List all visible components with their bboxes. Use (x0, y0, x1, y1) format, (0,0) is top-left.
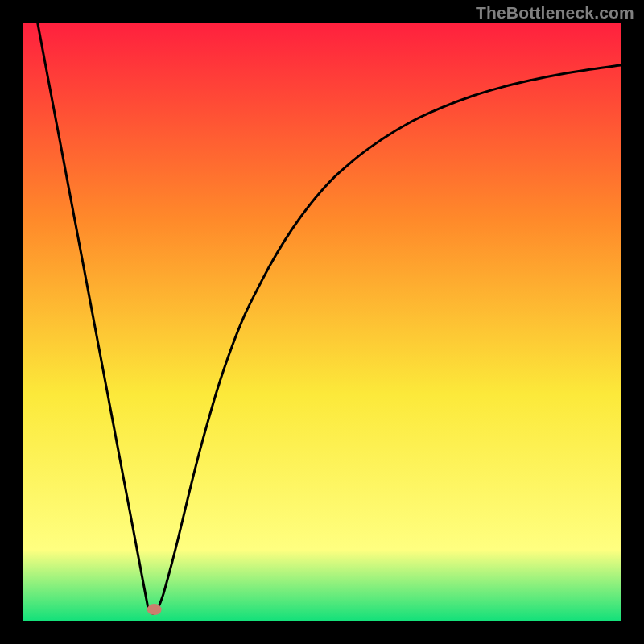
watermark-text: TheBottleneck.com (476, 3, 634, 23)
plot-area (23, 23, 621, 621)
bottleneck-chart (0, 0, 644, 644)
chart-container: TheBottleneck.com (0, 0, 644, 644)
optimal-marker (147, 604, 162, 615)
